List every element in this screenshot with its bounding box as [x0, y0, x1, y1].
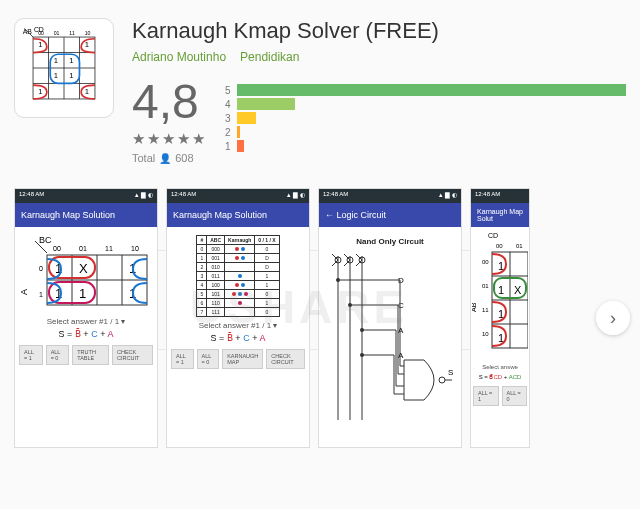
svg-text:1: 1 [79, 286, 86, 301]
svg-text:11: 11 [482, 307, 489, 313]
svg-text:X: X [514, 284, 522, 296]
app-icon: ABCD 00011110 11 11 11 11 [14, 18, 114, 118]
svg-text:1: 1 [54, 56, 58, 65]
svg-text:CD: CD [488, 232, 498, 239]
rating-bar-1: 1 [225, 140, 626, 152]
rating-bars: 54321 [225, 78, 626, 152]
svg-text:01: 01 [516, 243, 523, 249]
svg-text:A: A [21, 289, 29, 295]
chevron-right-icon: › [610, 308, 616, 329]
rating-stars: ★★★★★ [132, 130, 207, 148]
svg-text:C: C [398, 301, 404, 310]
svg-text:1: 1 [54, 71, 58, 80]
svg-text:00: 00 [482, 259, 489, 265]
svg-text:1: 1 [85, 87, 89, 96]
svg-text:AB: AB [472, 302, 477, 312]
mini-button[interactable]: CHECK CIRCUIT [266, 349, 305, 369]
svg-point-61 [360, 328, 364, 332]
rating-bar-5: 5 [225, 84, 626, 96]
person-icon: 👤 [159, 153, 171, 164]
mini-button[interactable]: KARNAUGH MAP [222, 349, 263, 369]
rating-bar-2: 2 [225, 126, 626, 138]
rating-value: 4,8 [132, 78, 207, 126]
mini-button[interactable]: ALL = 1 [473, 386, 499, 406]
svg-text:1: 1 [38, 40, 42, 49]
svg-text:1: 1 [498, 284, 504, 296]
svg-text:10: 10 [131, 245, 139, 252]
rating-total: Total 👤 608 [132, 152, 207, 164]
mini-button[interactable]: ALL = 1 [19, 345, 43, 365]
svg-text:01: 01 [482, 283, 489, 289]
svg-text:01: 01 [79, 245, 87, 252]
svg-point-62 [360, 353, 364, 357]
app-title: Karnaugh Kmap Solver (FREE) [132, 18, 626, 44]
svg-text:1: 1 [38, 87, 42, 96]
svg-point-63 [439, 377, 445, 383]
svg-text:00: 00 [496, 243, 503, 249]
mini-button[interactable]: ALL = 0 [502, 386, 528, 406]
rating-bar-4: 4 [225, 98, 626, 110]
svg-text:A: A [398, 326, 404, 335]
mini-button[interactable]: ALL = 1 [171, 349, 194, 369]
screenshot-1[interactable]: 12:48 AM▲ ▇ ◐ Karnaugh Map Solution A BC… [14, 188, 158, 448]
svg-text:0: 0 [39, 265, 43, 272]
mini-button[interactable]: TRUTH TABLE [72, 345, 109, 365]
category-link[interactable]: Pendidikan [240, 50, 299, 64]
mini-button[interactable]: ALL = 0 [197, 349, 220, 369]
rating-bar-3: 3 [225, 112, 626, 124]
svg-text:10: 10 [85, 30, 91, 36]
svg-text:A: A [398, 351, 404, 360]
svg-text:1: 1 [85, 40, 89, 49]
svg-text:11: 11 [69, 30, 75, 36]
svg-point-60 [348, 303, 352, 307]
svg-text:00: 00 [53, 245, 61, 252]
svg-text:1: 1 [39, 291, 43, 298]
svg-text:S: S [448, 368, 453, 377]
svg-text:X: X [79, 261, 88, 276]
mini-button[interactable]: CHECK CIRCUIT [112, 345, 153, 365]
screenshot-2[interactable]: 12:48 AM▲ ▇ ◐ Karnaugh Map Solution #ABC… [166, 188, 310, 448]
svg-text:1: 1 [69, 71, 73, 80]
svg-text:00: 00 [38, 30, 44, 36]
screenshot-gallery[interactable]: 12:48 AM▲ ▇ ◐ Karnaugh Map Solution A BC… [14, 188, 626, 448]
svg-point-59 [336, 278, 340, 282]
svg-text:11: 11 [105, 245, 113, 252]
screenshot-4[interactable]: 12:48 AM Karnaugh Map Solut AB CD 0001 0… [470, 188, 530, 448]
svg-text:1: 1 [69, 56, 73, 65]
svg-text:BC: BC [39, 235, 52, 245]
developer-link[interactable]: Adriano Moutinho [132, 50, 226, 64]
svg-text:01: 01 [54, 30, 60, 36]
mini-button[interactable]: ALL = 0 [46, 345, 70, 365]
next-button[interactable]: › [596, 301, 630, 335]
screenshot-3[interactable]: 12:48 AM▲ ▇ ◐ ← Logic Circuit Nand Only … [318, 188, 462, 448]
svg-text:10: 10 [482, 331, 489, 337]
